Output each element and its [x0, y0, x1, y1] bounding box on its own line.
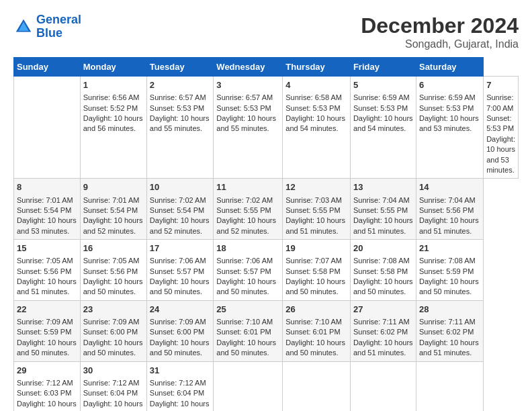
day-number: 8: [17, 181, 77, 193]
col-header-thursday: Thursday: [283, 58, 351, 77]
sunset-text: Sunset: 5:53 PM: [353, 104, 408, 112]
daylight-text: Daylight: 10 hours and 50 minutes.: [83, 338, 143, 357]
daylight-text: Daylight: 10 hours and 53 minutes.: [486, 135, 515, 174]
daylight-text: Daylight: 10 hours and 52 minutes.: [83, 216, 143, 234]
calendar-cell: 13Sunrise: 7:04 AMSunset: 5:55 PMDayligh…: [350, 179, 416, 240]
daylight-text: Daylight: 10 hours and 50 minutes.: [216, 338, 276, 357]
sunrise-text: Sunrise: 6:59 AM: [353, 93, 410, 101]
sunrise-text: Sunrise: 7:01 AM: [17, 196, 73, 204]
sunset-text: Sunset: 5:53 PM: [486, 114, 514, 132]
sunrise-text: Sunrise: 7:02 AM: [216, 196, 273, 204]
sunrise-text: Sunrise: 7:06 AM: [216, 257, 273, 265]
daylight-text: Daylight: 10 hours and 51 minutes.: [419, 216, 479, 234]
calendar-cell: 2Sunrise: 6:57 AMSunset: 5:53 PMDaylight…: [146, 77, 214, 179]
sunrise-text: Sunrise: 7:02 AM: [150, 196, 206, 204]
sunrise-text: Sunrise: 7:12 AM: [83, 379, 140, 387]
calendar-cell: 21Sunrise: 7:08 AMSunset: 5:59 PMDayligh…: [416, 240, 483, 301]
daylight-text: Daylight: 10 hours and 55 minutes.: [216, 114, 276, 132]
day-number: 22: [17, 304, 77, 316]
col-header-tuesday: Tuesday: [146, 58, 214, 77]
day-number: 2: [150, 79, 211, 91]
daylight-text: Daylight: 10 hours and 52 minutes.: [150, 216, 210, 234]
daylight-text: Daylight: 10 hours and 51 minutes.: [419, 338, 479, 357]
sunrise-text: Sunrise: 7:08 AM: [353, 257, 410, 265]
sunset-text: Sunset: 5:56 PM: [17, 267, 71, 275]
sunrise-text: Sunrise: 6:56 AM: [83, 93, 140, 101]
calendar-cell: 19Sunrise: 7:07 AMSunset: 5:58 PMDayligh…: [283, 240, 351, 301]
sunset-text: Sunset: 5:56 PM: [83, 267, 138, 275]
day-number: 18: [216, 242, 279, 255]
sunrise-text: Sunrise: 7:09 AM: [150, 318, 206, 326]
calendar-cell: 6Sunrise: 6:59 AMSunset: 5:53 PMDaylight…: [416, 77, 483, 179]
calendar-cell: 1Sunrise: 6:56 AMSunset: 5:52 PMDaylight…: [80, 77, 146, 179]
sunset-text: Sunset: 5:59 PM: [419, 267, 474, 275]
sunset-text: Sunset: 5:54 PM: [17, 206, 71, 214]
sunset-text: Sunset: 5:55 PM: [353, 206, 408, 214]
sunset-text: Sunset: 6:02 PM: [419, 328, 474, 336]
calendar-cell: [350, 361, 416, 411]
day-number: 17: [150, 242, 211, 255]
sunset-text: Sunset: 5:53 PM: [150, 104, 204, 112]
sunrise-text: Sunrise: 7:12 AM: [17, 379, 73, 387]
col-header-friday: Friday: [350, 58, 416, 77]
day-number: 25: [216, 304, 279, 316]
sunrise-text: Sunrise: 6:57 AM: [150, 93, 206, 101]
sunset-text: Sunset: 5:52 PM: [83, 104, 138, 112]
col-header-wednesday: Wednesday: [214, 58, 283, 77]
calendar-cell: 16Sunrise: 7:05 AMSunset: 5:56 PMDayligh…: [80, 240, 146, 301]
calendar-cell: 3Sunrise: 6:57 AMSunset: 5:53 PMDaylight…: [214, 77, 283, 179]
day-number: 21: [419, 242, 480, 255]
sunset-text: Sunset: 6:03 PM: [17, 389, 71, 397]
daylight-text: Daylight: 10 hours and 50 minutes.: [216, 277, 276, 295]
day-number: 3: [216, 79, 279, 91]
sunset-text: Sunset: 5:58 PM: [353, 267, 408, 275]
daylight-text: Daylight: 10 hours and 51 minutes.: [83, 400, 143, 411]
sunset-text: Sunset: 5:56 PM: [419, 206, 474, 214]
sunrise-text: Sunrise: 7:10 AM: [216, 318, 273, 326]
sunset-text: Sunset: 5:53 PM: [216, 104, 271, 112]
day-number: 23: [83, 304, 144, 316]
day-number: 30: [83, 365, 144, 377]
sunrise-text: Sunrise: 7:08 AM: [419, 257, 476, 265]
sunset-text: Sunset: 5:54 PM: [150, 206, 204, 214]
logo: General Blue: [13, 13, 81, 40]
day-number: 15: [17, 242, 77, 255]
day-number: 4: [285, 79, 347, 91]
sunrise-text: Sunrise: 7:05 AM: [83, 257, 140, 265]
sunset-text: Sunset: 5:57 PM: [216, 267, 271, 275]
daylight-text: Daylight: 10 hours and 50 minutes.: [419, 277, 479, 295]
sunrise-text: Sunrise: 7:00 AM: [486, 93, 513, 111]
sunset-text: Sunset: 6:04 PM: [83, 389, 138, 397]
daylight-text: Daylight: 10 hours and 51 minutes.: [17, 400, 77, 411]
calendar-cell: 20Sunrise: 7:08 AMSunset: 5:58 PMDayligh…: [350, 240, 416, 301]
calendar-cell: 10Sunrise: 7:02 AMSunset: 5:54 PMDayligh…: [146, 179, 214, 240]
calendar-cell: 8Sunrise: 7:01 AMSunset: 5:54 PMDaylight…: [14, 179, 81, 240]
daylight-text: Daylight: 10 hours and 50 minutes.: [150, 338, 210, 357]
daylight-text: Daylight: 10 hours and 54 minutes.: [353, 114, 413, 132]
calendar-cell: 15Sunrise: 7:05 AMSunset: 5:56 PMDayligh…: [14, 240, 81, 301]
logo-icon: [13, 17, 34, 37]
day-number: 9: [83, 181, 144, 193]
day-number: 12: [285, 181, 347, 193]
calendar-cell: 26Sunrise: 7:10 AMSunset: 6:01 PMDayligh…: [283, 300, 351, 361]
day-number: 24: [150, 304, 211, 316]
calendar-cell: 7Sunrise: 7:00 AMSunset: 5:53 PMDaylight…: [484, 77, 519, 179]
sunrise-text: Sunrise: 7:11 AM: [353, 318, 410, 326]
day-number: 29: [17, 365, 77, 377]
page-header: General Blue December 2024 Songadh, Guja…: [13, 13, 519, 50]
page-title: December 2024: [361, 13, 519, 38]
day-number: 20: [353, 242, 413, 255]
day-number: 5: [353, 79, 413, 91]
daylight-text: Daylight: 10 hours and 55 minutes.: [150, 114, 210, 132]
calendar-cell: 22Sunrise: 7:09 AMSunset: 5:59 PMDayligh…: [14, 300, 81, 361]
sunrise-text: Sunrise: 7:07 AM: [285, 257, 342, 265]
sunset-text: Sunset: 6:00 PM: [83, 328, 138, 336]
sunrise-text: Sunrise: 7:03 AM: [285, 196, 342, 204]
calendar-cell: 5Sunrise: 6:59 AMSunset: 5:53 PMDaylight…: [350, 77, 416, 179]
day-number: 14: [419, 181, 480, 193]
day-number: 7: [486, 79, 515, 91]
daylight-text: Daylight: 10 hours and 53 minutes.: [419, 114, 479, 132]
calendar-cell: [416, 361, 483, 411]
col-header-saturday: Saturday: [416, 58, 483, 77]
sunset-text: Sunset: 5:53 PM: [285, 104, 340, 112]
